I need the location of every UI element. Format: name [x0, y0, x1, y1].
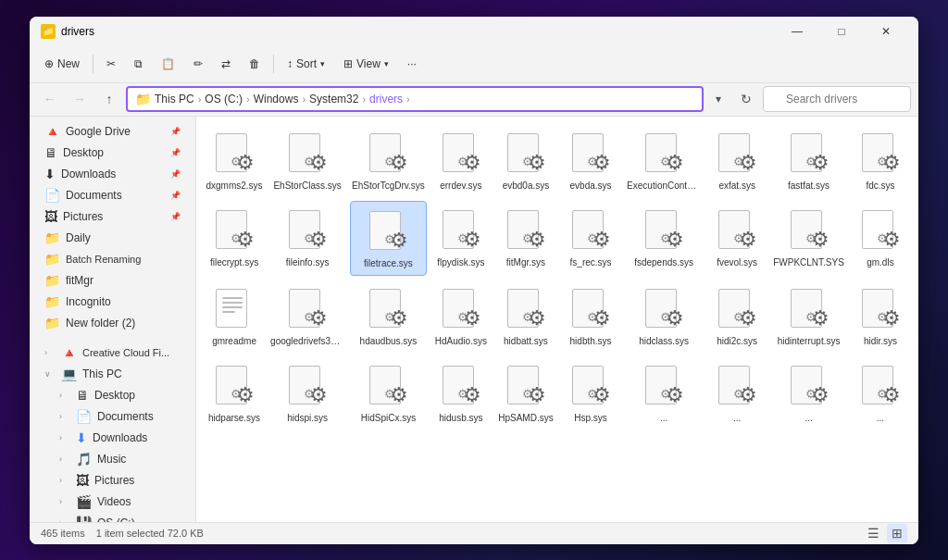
- file-item[interactable]: ⚙ ⚙ EhStorClass.sys: [268, 124, 346, 197]
- pin-icon-2: 📌: [170, 148, 181, 157]
- file-item[interactable]: ⚙ ⚙ fastfat.sys: [771, 124, 846, 197]
- file-item[interactable]: ⚙ ⚙ fs_rec.sys: [560, 201, 621, 276]
- file-item[interactable]: ⚙ ⚙ filetrace.sys: [350, 201, 427, 276]
- file-item[interactable]: ⚙ ⚙ hdaudbus.sys: [350, 280, 427, 353]
- sidebar-item-downloads[interactable]: ⬇ Downloads 📌: [33, 164, 192, 184]
- up-button[interactable]: ↑: [96, 86, 122, 112]
- sidebar-item-creative-cloud[interactable]: › 🔺 Creative Cloud Fi...: [33, 342, 192, 363]
- refresh-button[interactable]: ↻: [733, 86, 759, 112]
- sys-file-icon: ⚙ ⚙: [789, 364, 830, 408]
- file-label: errdev.sys: [440, 180, 481, 192]
- sidebar-item-pc-pictures[interactable]: › 🖼 Pictures: [33, 470, 192, 491]
- file-item[interactable]: ⚙ ⚙ evbd0a.sys: [495, 124, 556, 197]
- sidebar-item-documents[interactable]: 📄 Documents 📌: [33, 185, 192, 205]
- file-item[interactable]: ⚙ ⚙ hidir.sys: [850, 280, 911, 353]
- file-item[interactable]: ⚙ ⚙ errdev.sys: [430, 124, 492, 197]
- sidebar-item-pictures[interactable]: 🖼 Pictures 📌: [33, 206, 192, 227]
- file-item[interactable]: ⚙ ⚙ hidbatt.sys: [495, 280, 556, 353]
- more-button[interactable]: ···: [400, 54, 424, 74]
- sort-button[interactable]: ↕ Sort ▾: [280, 54, 332, 74]
- file-item[interactable]: ⚙ ⚙ flpydisk.sys: [430, 201, 492, 276]
- pc-pictures-icon: 🖼: [76, 473, 89, 488]
- file-item[interactable]: ⚙ ⚙ hidi2c.sys: [706, 280, 767, 353]
- paste-button[interactable]: 📋: [154, 54, 182, 74]
- file-item[interactable]: ⚙ ⚙ ...: [625, 356, 703, 429]
- address-chevron-button[interactable]: ▾: [707, 86, 730, 112]
- view-button[interactable]: ⊞ View ▾: [336, 54, 396, 74]
- file-icon-wrap: ⚙ ⚙: [715, 130, 759, 178]
- file-item[interactable]: ⚙ ⚙ hidclass.sys: [625, 280, 703, 353]
- file-item[interactable]: ⚙ ⚙ HdAudio.sys: [430, 280, 492, 353]
- sidebar-item-fitmgr[interactable]: 📁 fitMgr: [33, 270, 192, 291]
- file-item[interactable]: ⚙ ⚙ fvevol.sys: [706, 201, 767, 276]
- file-item[interactable]: ⚙ ⚙ fsdepends.sys: [625, 201, 703, 276]
- file-icon-wrap: ⚙ ⚙: [439, 285, 483, 333]
- breadcrumb-system32[interactable]: System32: [309, 93, 358, 106]
- this-pc-icon: 💻: [61, 367, 77, 381]
- cut-button[interactable]: ✂: [99, 54, 123, 74]
- file-item[interactable]: ⚙ ⚙ ...: [850, 356, 911, 429]
- sidebar-item-google-drive[interactable]: 🔺 Google Drive 📌: [33, 121, 192, 142]
- file-item[interactable]: ⚙ ⚙ HpSAMD.sys: [495, 356, 556, 429]
- sidebar-item-new-folder[interactable]: 📁 New folder (2): [33, 313, 192, 333]
- pin-icon: 📌: [170, 127, 181, 136]
- new-button[interactable]: ⊕ New: [37, 54, 87, 74]
- copy-button[interactable]: ⧉: [127, 54, 150, 74]
- file-item[interactable]: ⚙ ⚙ ExecutionContext.sys: [625, 124, 703, 197]
- file-item[interactable]: ⚙ ⚙ HidSpiCx.sys: [350, 356, 427, 429]
- file-item[interactable]: ⚙ ⚙ hidspi.sys: [268, 356, 346, 429]
- grid-view-button[interactable]: ⊞: [887, 524, 907, 542]
- close-button[interactable]: ✕: [865, 17, 907, 46]
- sidebar-item-pc-downloads[interactable]: › ⬇ Downloads: [33, 428, 192, 448]
- breadcrumb-drivers[interactable]: drivers: [369, 93, 403, 106]
- file-item[interactable]: ⚙ ⚙ evbda.sys: [560, 124, 621, 197]
- share-button[interactable]: ⇄: [214, 54, 238, 74]
- sys-file-icon: ⚙ ⚙: [717, 287, 757, 331]
- sidebar-item-this-pc[interactable]: ∨ 💻 This PC: [33, 364, 192, 384]
- file-item[interactable]: ⚙ ⚙ EhStorTcgDrv.sys: [350, 124, 427, 197]
- breadcrumb-os-c[interactable]: OS (C:): [205, 93, 243, 106]
- breadcrumb[interactable]: 📁 This PC › OS (C:) › Windows › System32…: [126, 86, 704, 112]
- sys-file-icon: ⚙ ⚙: [570, 287, 611, 331]
- sidebar-item-desktop[interactable]: 🖥 Desktop 📌: [33, 143, 192, 163]
- file-item[interactable]: ⚙ ⚙ gm.dls: [850, 201, 911, 276]
- breadcrumb-windows[interactable]: Windows: [254, 93, 299, 106]
- sidebar-item-pc-videos[interactable]: › 🎬 Videos: [33, 492, 192, 512]
- sidebar-item-pc-desktop[interactable]: › 🖥 Desktop: [33, 385, 192, 405]
- sys-file-icon: ⚙ ⚙: [717, 364, 757, 408]
- breadcrumb-this-pc[interactable]: This PC: [155, 93, 194, 106]
- file-item[interactable]: ⚙ ⚙ Hsp.sys: [560, 356, 621, 429]
- file-item[interactable]: ⚙ ⚙ FWPKCLNT.SYS: [771, 201, 846, 276]
- sidebar-item-os-c[interactable]: › 💾 OS (C:): [33, 513, 192, 522]
- rename-button[interactable]: ✏: [186, 54, 210, 74]
- file-item[interactable]: ⚙ ⚙ hidparse.sys: [204, 356, 265, 429]
- sidebar-item-pc-music[interactable]: › 🎵 Music: [33, 449, 192, 469]
- file-item[interactable]: ⚙ ⚙ fileinfo.sys: [268, 201, 346, 276]
- minimize-button[interactable]: —: [776, 17, 818, 46]
- file-icon-wrap: ⚙ ⚙: [568, 362, 613, 410]
- back-button[interactable]: ←: [37, 86, 63, 112]
- file-item[interactable]: ⚙ ⚙ hidusb.sys: [430, 356, 492, 429]
- file-item[interactable]: ⚙ ⚙ fdc.sys: [850, 124, 911, 197]
- file-item[interactable]: gmreadme: [204, 280, 265, 353]
- maximize-button[interactable]: □: [820, 17, 863, 46]
- file-item[interactable]: ⚙ ⚙ hidinterrupt.sys: [771, 280, 846, 353]
- sidebar-item-batch-renaming[interactable]: 📁 Batch Renaming: [33, 249, 192, 269]
- file-area[interactable]: ⚙ ⚙ dxgmms2.sys ⚙ ⚙ EhStorClass.sys ⚙ ⚙ …: [196, 117, 918, 522]
- file-item[interactable]: ⚙ ⚙ ...: [706, 356, 767, 429]
- file-item[interactable]: ⚙ ⚙ fitMgr.sys: [495, 201, 556, 276]
- file-label: fs_rec.sys: [570, 256, 612, 268]
- file-item[interactable]: ⚙ ⚙ hidbth.sys: [560, 280, 621, 353]
- file-item[interactable]: ⚙ ⚙ googledrivefs3758.sys: [268, 280, 346, 353]
- forward-button[interactable]: →: [67, 86, 93, 112]
- search-input[interactable]: [763, 86, 911, 112]
- file-item[interactable]: ⚙ ⚙ exfat.sys: [706, 124, 767, 197]
- sidebar-item-pc-documents[interactable]: › 📄 Documents: [33, 406, 192, 427]
- file-item[interactable]: ⚙ ⚙ ...: [771, 356, 846, 429]
- delete-button[interactable]: 🗑: [242, 54, 268, 74]
- file-item[interactable]: ⚙ ⚙ dxgmms2.sys: [204, 124, 265, 197]
- sidebar-item-incognito[interactable]: 📁 Incognito: [33, 292, 192, 312]
- file-item[interactable]: ⚙ ⚙ filecrypt.sys: [204, 201, 265, 276]
- list-view-button[interactable]: ☰: [863, 524, 883, 542]
- sidebar-item-daily[interactable]: 📁 Daily: [33, 228, 192, 248]
